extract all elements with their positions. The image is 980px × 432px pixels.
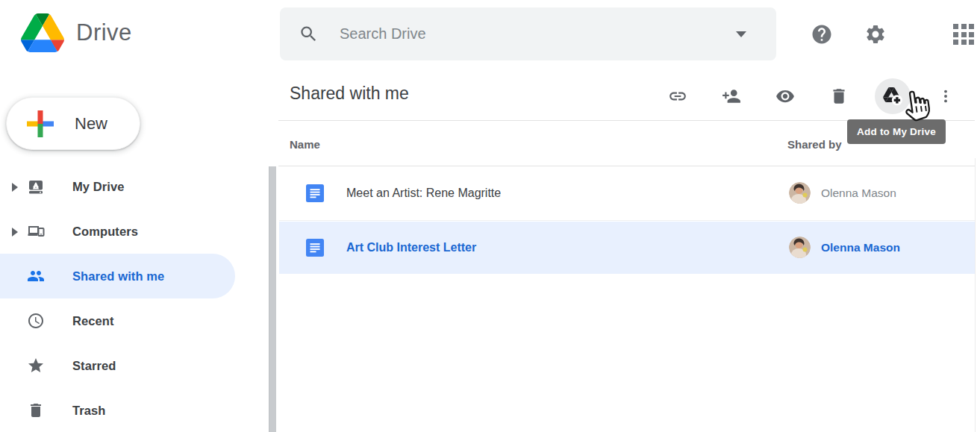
sidebar-item-computers[interactable]: Computers	[0, 209, 235, 254]
sidebar-item-shared-with-me[interactable]: Shared with me	[0, 254, 235, 298]
google-apps-grid-icon[interactable]	[953, 24, 974, 45]
sidebar-scrollbar[interactable]	[269, 166, 276, 432]
sidebar-item-label: My Drive	[72, 164, 125, 209]
more-options-icon[interactable]	[937, 86, 954, 107]
sidebar-item-label: Computers	[72, 209, 138, 254]
chevron-right-icon[interactable]	[12, 183, 18, 192]
star-icon	[27, 357, 45, 375]
share-person-add-icon[interactable]	[722, 87, 741, 106]
sidebar-item-label: Recent	[72, 298, 114, 343]
google-doc-icon	[306, 184, 324, 202]
file-row-selected[interactable]: Art Club Interest Letter Olenna Mason	[279, 222, 975, 274]
search-input[interactable]	[340, 25, 736, 43]
computers-icon	[27, 222, 45, 240]
file-row[interactable]: Meet an Artist: Rene Magritte Olenna Mas…	[279, 166, 975, 221]
sidebar-item-label: Starred	[72, 343, 116, 388]
sidebar-item-recent[interactable]: Recent	[0, 298, 235, 343]
get-link-icon[interactable]	[668, 87, 687, 106]
search-icon[interactable]	[299, 24, 319, 44]
people-icon	[27, 267, 45, 285]
drive-logo-icon	[21, 13, 64, 52]
sidebar-item-my-drive[interactable]: My Drive	[0, 164, 235, 209]
new-button[interactable]: New	[6, 97, 140, 150]
file-name[interactable]: Art Club Interest Letter	[346, 222, 476, 274]
file-name[interactable]: Meet an Artist: Rene Magritte	[346, 166, 501, 220]
column-header-shared-by[interactable]: Shared by	[787, 138, 842, 151]
drive-logo[interactable]: Drive	[21, 13, 132, 52]
new-button-label: New	[75, 98, 107, 149]
content-right-border	[975, 158, 976, 432]
chevron-right-icon[interactable]	[12, 228, 18, 237]
trash-icon	[27, 401, 45, 419]
app-title: Drive	[76, 19, 132, 46]
google-drive-app: Drive New	[0, 0, 980, 432]
shared-by-name: Olenna Mason	[821, 166, 896, 220]
remove-trash-icon[interactable]	[829, 87, 849, 106]
page-title: Shared with me	[290, 84, 409, 104]
avatar	[789, 237, 811, 258]
column-header-name[interactable]: Name	[290, 138, 320, 151]
sidebar-item-label: Trash	[72, 388, 106, 432]
add-to-my-drive-tooltip: Add to My Drive	[847, 119, 946, 144]
my-drive-icon	[27, 178, 45, 195]
sidebar-item-starred[interactable]: Starred	[0, 343, 235, 388]
search-options-caret-icon[interactable]	[736, 31, 746, 37]
help-icon[interactable]	[811, 23, 833, 46]
multicolor-plus-icon	[27, 110, 54, 137]
search-bar[interactable]	[280, 7, 776, 60]
avatar	[789, 182, 811, 204]
add-to-my-drive-button[interactable]	[875, 78, 911, 114]
clock-icon	[27, 312, 45, 330]
sidebar-item-trash[interactable]: Trash	[0, 388, 235, 432]
sidebar-item-label: Shared with me	[72, 254, 164, 298]
add-to-drive-icon	[882, 87, 903, 106]
settings-gear-icon[interactable]	[864, 23, 887, 46]
google-doc-icon	[306, 239, 324, 257]
preview-eye-icon[interactable]	[775, 87, 795, 106]
shared-by-name: Olenna Mason	[821, 222, 900, 274]
